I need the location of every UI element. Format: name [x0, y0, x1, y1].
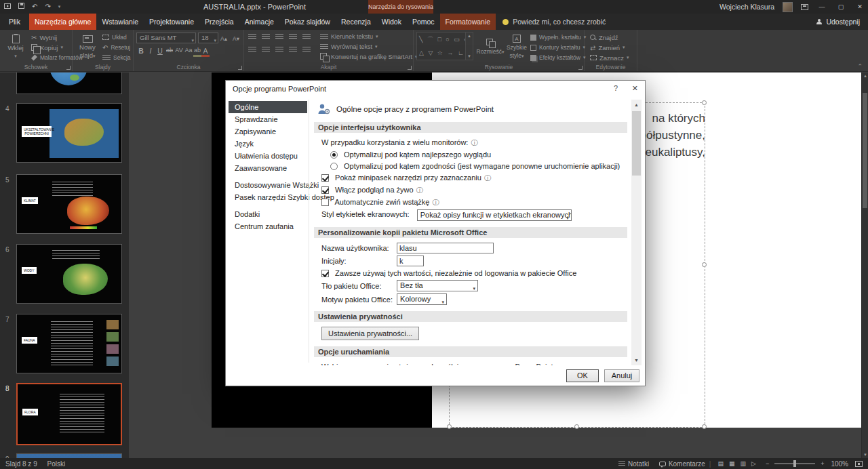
- nav-general[interactable]: Ogólne: [229, 101, 307, 113]
- columns-icon[interactable]: [302, 47, 311, 53]
- share-button[interactable]: Udostępnij: [808, 14, 868, 30]
- slide-thumbnail-4[interactable]: UKSZTAŁTOWANIE POWIERZCHNI: [16, 103, 122, 163]
- selection-handle-bottom-left[interactable]: [447, 424, 452, 429]
- convert-smartart-button[interactable]: Konwertuj na grafikę SmartArt ▾: [320, 52, 418, 62]
- shrink-font-button[interactable]: A▾: [233, 34, 239, 43]
- align-center-icon[interactable]: [262, 47, 270, 53]
- collapse-ribbon-button[interactable]: ⌃: [857, 63, 863, 70]
- tab-review[interactable]: Recenzja: [336, 14, 376, 30]
- shapes-gallery-scrollbar[interactable]: ▲▼: [465, 33, 473, 60]
- shape-fill-button[interactable]: Wypełn. kształtu ▾: [530, 33, 586, 42]
- section-button[interactable]: Sekcja: [102, 53, 131, 62]
- dialog-scroll-up-icon[interactable]: ▲: [631, 100, 642, 110]
- dialog-help-button[interactable]: ?: [614, 84, 618, 92]
- scroll-up-icon[interactable]: ▲: [862, 74, 868, 78]
- restore-button[interactable]: ▢: [835, 3, 846, 10]
- align-text-button[interactable]: Wyrównaj tekst ▾: [320, 42, 377, 52]
- increase-indent-icon[interactable]: [289, 34, 297, 40]
- live-preview-checkbox[interactable]: [321, 186, 329, 194]
- repeat-button[interactable]: ↷: [45, 0, 50, 14]
- dialog-title-bar[interactable]: Opcje programu PowerPoint ? ✕: [226, 81, 645, 97]
- dialog-close-button[interactable]: ✕: [632, 84, 638, 93]
- zoom-in-button[interactable]: +: [821, 460, 824, 467]
- nav-proofing[interactable]: Sprawdzanie: [229, 113, 307, 125]
- font-family-combobox[interactable]: Gill Sans MT ▾: [136, 33, 196, 43]
- quick-styles-button[interactable]: A Szybkie style▾: [505, 32, 529, 62]
- cut-button[interactable]: ✂ Wytnij: [31, 33, 57, 42]
- drawing-dialog-launcher[interactable]: [578, 66, 583, 70]
- scre entip-style-dropdown[interactable]: Pokaż opisy funkcji w etykietkach ekrano…: [417, 209, 572, 221]
- tab-file[interactable]: Plik: [0, 14, 29, 30]
- undo-button[interactable]: ↶: [32, 0, 37, 14]
- slide-sorter-view-button[interactable]: ▦: [729, 460, 735, 467]
- always-use-values-checkbox[interactable]: [321, 270, 329, 277]
- tab-home[interactable]: Narzędzia główne: [29, 14, 96, 30]
- dialog-scrollbar-thumb[interactable]: [632, 111, 641, 176]
- editor-vertical-scrollbar[interactable]: ▲ ▼: [861, 73, 868, 458]
- tab-design[interactable]: Projektowanie: [144, 14, 199, 30]
- nav-save[interactable]: Zapisywanie: [229, 125, 307, 138]
- auto-collapse-ribbon-checkbox[interactable]: [321, 199, 329, 206]
- scrollbar-thumb[interactable]: [863, 93, 867, 208]
- slide-thumbnail-3-partial[interactable]: [16, 73, 122, 94]
- customize-quick-access-button[interactable]: ▾: [58, 0, 61, 14]
- selection-handle-bottom-right[interactable]: [702, 424, 707, 429]
- find-button[interactable]: Znajdź: [590, 33, 618, 42]
- mini-toolbar-checkbox[interactable]: [321, 174, 329, 182]
- scroll-down-icon[interactable]: ▼: [862, 453, 868, 457]
- tab-transitions[interactable]: Przejścia: [199, 14, 239, 30]
- save-button[interactable]: [18, 0, 24, 14]
- shape-effects-button[interactable]: Efekty kształtów ▾: [530, 53, 585, 62]
- dialog-scroll-down-icon[interactable]: ▼: [631, 355, 642, 365]
- nav-advanced[interactable]: Zaawansowane: [229, 162, 307, 174]
- zoom-out-button[interactable]: −: [766, 460, 769, 467]
- username-input[interactable]: klasu: [397, 243, 494, 253]
- tab-help[interactable]: Pomoc: [407, 14, 440, 30]
- nav-trust-center[interactable]: Centrum zaufania: [229, 220, 307, 232]
- cancel-button[interactable]: Anuluj: [604, 369, 639, 382]
- dialog-scrollbar[interactable]: ▲ ▼: [631, 100, 642, 365]
- nav-customize-ribbon[interactable]: Dostosowywanie Wstążki: [229, 179, 307, 191]
- tab-slideshow[interactable]: Pokaz slajdów: [279, 14, 336, 30]
- layout-button[interactable]: Układ: [102, 33, 127, 42]
- selection-handle-middle-right[interactable]: [702, 262, 707, 267]
- slide-thumbnail-7[interactable]: FAUNA: [16, 314, 122, 373]
- justify-icon[interactable]: [289, 47, 297, 53]
- tell-me-box[interactable]: Powiedz mi, co chcesz zrobić: [496, 14, 612, 30]
- privacy-settings-button[interactable]: Ustawienia prywatności...: [321, 327, 419, 340]
- language-indicator[interactable]: Polski: [47, 460, 65, 468]
- shapes-gallery[interactable]: ╲ ⌒ □ ○ ▭ ◇ △ ▽ ☆ → ∟ ○ ▲▼: [416, 32, 473, 60]
- close-button[interactable]: ✕: [854, 3, 865, 10]
- selection-handle-top-right[interactable]: [702, 100, 707, 105]
- reset-button[interactable]: ↶ Resetuj: [102, 43, 130, 52]
- zoom-slider-thumb[interactable]: [793, 460, 796, 467]
- slide-thumbnail-6[interactable]: WODY: [16, 244, 122, 304]
- line-spacing-icon[interactable]: [302, 34, 311, 40]
- numbering-icon[interactable]: [262, 34, 270, 40]
- italic-button[interactable]: I: [146, 47, 155, 57]
- align-right-icon[interactable]: [275, 47, 283, 53]
- change-case-button[interactable]: Aa: [184, 47, 193, 57]
- underline-button[interactable]: U: [155, 47, 165, 57]
- grow-font-button[interactable]: A▴: [220, 34, 227, 43]
- reading-view-button[interactable]: ▥: [740, 460, 746, 467]
- tab-insert[interactable]: Wstawianie: [96, 14, 144, 30]
- office-theme-dropdown[interactable]: Kolorowy ▾: [397, 293, 447, 305]
- nav-language[interactable]: Język: [229, 138, 307, 150]
- slide-thumbnail-8-selected[interactable]: FLORA: [16, 383, 122, 445]
- slideshow-view-button[interactable]: ▷: [751, 460, 756, 467]
- paragraph-dialog-launcher[interactable]: [408, 66, 412, 70]
- shape-outline-button[interactable]: Kontury kształtu ▾: [530, 43, 585, 52]
- nav-addins[interactable]: Dodatki: [229, 208, 307, 220]
- notes-toggle[interactable]: Notatki: [628, 460, 649, 468]
- optimize-compat-radio[interactable]: [330, 163, 338, 170]
- align-left-icon[interactable]: [248, 47, 256, 53]
- bullets-icon[interactable]: [248, 34, 256, 40]
- zoom-level[interactable]: 100%: [831, 460, 848, 468]
- minimize-button[interactable]: —: [816, 3, 827, 10]
- user-avatar[interactable]: [783, 2, 793, 12]
- character-spacing-button[interactable]: AV: [174, 47, 184, 57]
- new-slide-button[interactable]: Nowy slajd▾: [74, 32, 101, 62]
- decrease-indent-icon[interactable]: [275, 34, 283, 40]
- nav-accessibility[interactable]: Ułatwienia dostępu: [229, 150, 307, 162]
